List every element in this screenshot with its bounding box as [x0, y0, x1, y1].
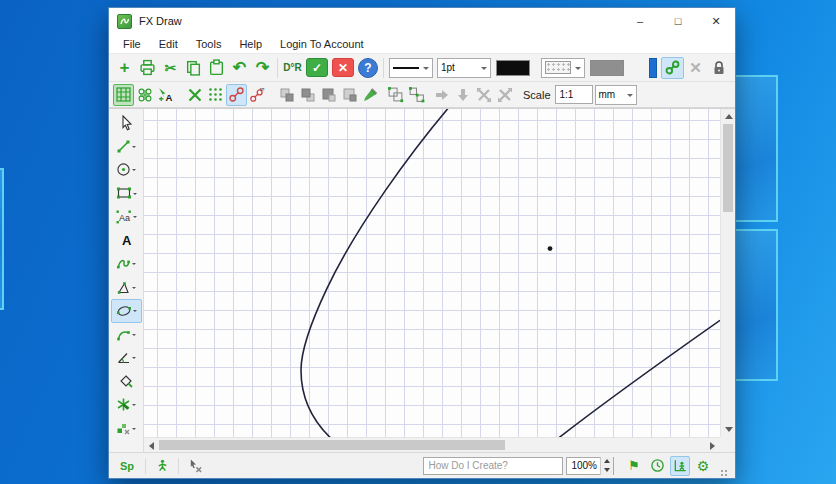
fill-pattern-dropdown[interactable] [541, 58, 585, 78]
link-points-toggle[interactable] [661, 57, 684, 79]
redo-icon[interactable]: ↷ [251, 57, 274, 79]
scroll-right-button[interactable] [705, 438, 720, 453]
chevron-down-icon[interactable] [133, 193, 137, 197]
symmetry-grid-icon[interactable] [134, 84, 155, 106]
vertical-scroll-thumb[interactable] [723, 124, 733, 212]
tool-text[interactable]: A [111, 229, 142, 253]
units-dropdown[interactable]: mm [595, 85, 637, 105]
apply-button[interactable]: ✓ [306, 58, 328, 77]
dynamic-figure-icon[interactable] [152, 456, 172, 476]
chevron-down-icon[interactable] [132, 404, 136, 408]
chevron-down-icon[interactable] [133, 310, 137, 314]
horizontal-scroll-thumb[interactable] [159, 440, 505, 450]
tool-select[interactable] [111, 111, 142, 135]
help-button[interactable]: ? [358, 58, 378, 78]
new-icon[interactable]: + [113, 57, 136, 79]
bring-to-front-icon [318, 84, 339, 106]
zoom-control[interactable]: 100% [566, 457, 614, 475]
scale-input[interactable] [555, 85, 593, 104]
paste-icon[interactable] [205, 57, 228, 79]
history-icon[interactable] [647, 456, 667, 476]
format-painter-icon[interactable] [360, 84, 381, 106]
degrees-radians-toggle[interactable]: D°R [281, 57, 304, 79]
dot-grid-icon[interactable] [205, 84, 226, 106]
chevron-down-icon[interactable] [132, 146, 136, 150]
separator [145, 458, 146, 474]
line-color-swatch[interactable] [496, 60, 530, 76]
chevron-down-icon [481, 67, 487, 73]
cursor-tracking-icon[interactable] [185, 456, 205, 476]
chevron-down-icon[interactable] [133, 216, 137, 220]
settings-gear-icon[interactable]: ⚙ [693, 456, 713, 476]
chevron-down-icon[interactable] [132, 428, 136, 432]
chevron-down-icon[interactable] [132, 334, 136, 338]
menu-help[interactable]: Help [230, 35, 271, 53]
flag-icon[interactable]: ⚑ [624, 456, 644, 476]
attach-points-toggle[interactable] [226, 84, 247, 106]
delete-points-icon[interactable] [184, 84, 205, 106]
hyperbola-right-branch[interactable] [556, 320, 720, 437]
tool-curve[interactable] [111, 252, 142, 276]
copy-icon[interactable] [182, 57, 205, 79]
distribute-alt-icon [494, 84, 515, 106]
chevron-down-icon [627, 94, 633, 100]
maximize-button[interactable]: □ [659, 8, 697, 34]
chevron-down-icon[interactable] [132, 287, 136, 291]
send-to-back-icon [339, 84, 360, 106]
tool-rectangle[interactable] [111, 182, 142, 206]
help-search-input[interactable] [423, 457, 563, 475]
ungroup-icon[interactable] [406, 84, 427, 106]
line-style-dropdown[interactable] [389, 58, 433, 78]
menu-tools[interactable]: Tools [187, 35, 231, 53]
fill-color-swatch[interactable] [590, 60, 624, 76]
group-icon[interactable] [385, 84, 406, 106]
chevron-down-icon[interactable] [132, 169, 136, 173]
tool-conic[interactable] [111, 299, 142, 323]
special-points-button[interactable]: Sp [115, 460, 139, 472]
tool-angle[interactable] [111, 346, 142, 370]
cut-icon[interactable]: ✂ [159, 57, 182, 79]
chevron-down-icon[interactable] [132, 263, 136, 267]
tool-arc[interactable] [111, 323, 142, 347]
zoom-decrease-button[interactable] [601, 466, 613, 475]
tool-spray[interactable] [111, 393, 142, 417]
scroll-up-button[interactable] [721, 109, 736, 124]
toolbar-secondary: A ∞ [109, 82, 735, 108]
minimize-button[interactable]: – [621, 8, 659, 34]
dynamic-graph-toggle[interactable] [670, 456, 690, 476]
chevron-down-icon[interactable] [132, 357, 136, 361]
tool-stats[interactable] [111, 417, 142, 441]
horizontal-scrollbar[interactable] [144, 437, 720, 452]
menu-edit[interactable]: Edit [150, 35, 187, 53]
wallpaper-pane-top-right [731, 75, 778, 222]
add-label-icon[interactable]: A [155, 84, 176, 106]
window-title: FX Draw [139, 15, 182, 27]
edge-color-bar[interactable] [649, 58, 657, 78]
tool-fill[interactable] [111, 370, 142, 394]
tool-line[interactable] [111, 135, 142, 159]
vertical-scrollbar[interactable] [720, 109, 735, 437]
attach-infinite-icon[interactable]: ∞ [247, 84, 268, 106]
zoom-increase-button[interactable] [601, 457, 613, 466]
focus-point[interactable] [548, 246, 553, 251]
scroll-left-button[interactable] [144, 438, 159, 453]
hyperbola-left-branch[interactable] [301, 109, 450, 437]
wallpaper-pane-bottom-right [731, 229, 778, 381]
scroll-down-button[interactable] [721, 422, 736, 437]
discard-button[interactable]: ✕ [332, 58, 354, 77]
drawing-canvas[interactable] [144, 109, 720, 437]
resize-grip[interactable] [720, 469, 729, 478]
print-icon[interactable] [136, 57, 159, 79]
tool-circle[interactable] [111, 158, 142, 182]
grid-toggle[interactable] [113, 84, 134, 106]
line-width-dropdown[interactable]: 1pt [437, 58, 491, 78]
tool-polygon[interactable] [111, 276, 142, 300]
tool-annotation[interactable]: Aa [111, 205, 142, 229]
distribute-icon [473, 84, 494, 106]
titlebar[interactable]: FX Draw – □ ✕ [109, 8, 735, 34]
menu-file[interactable]: File [114, 35, 150, 53]
menu-login[interactable]: Login To Account [271, 35, 373, 53]
lock-icon[interactable] [707, 57, 730, 79]
undo-icon[interactable]: ↶ [228, 57, 251, 79]
close-button[interactable]: ✕ [697, 8, 735, 34]
